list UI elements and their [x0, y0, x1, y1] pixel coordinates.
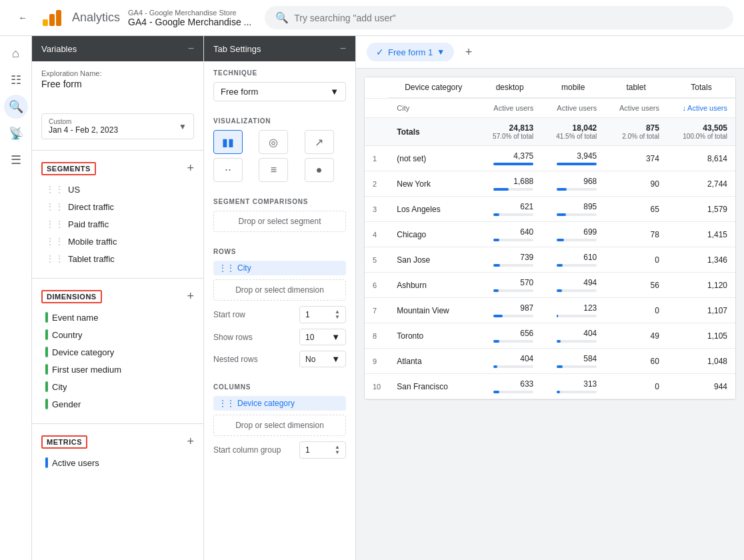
- nested-rows-row: Nested rows No ▼: [213, 351, 346, 367]
- metrics-header-row: METRICS +: [41, 435, 194, 449]
- segments-header-row: SEGMENTS +: [41, 161, 194, 175]
- nav-reports[interactable]: ☷: [4, 68, 28, 92]
- back-button[interactable]: ←: [11, 6, 35, 30]
- col-totals-sub[interactable]: ↓Active users: [667, 98, 735, 118]
- row-city: (not set): [389, 146, 478, 171]
- viz-donut-btn[interactable]: ◎: [259, 130, 288, 154]
- exploration-name: Free form: [41, 79, 194, 89]
- row-city: Mountain View: [389, 298, 478, 323]
- segments-title: SEGMENTS: [41, 162, 96, 175]
- row-tablet: 78: [605, 222, 667, 247]
- dim-city[interactable]: City: [41, 378, 194, 395]
- start-row-spinner[interactable]: ▲ ▼: [335, 309, 340, 320]
- row-rank: 3: [365, 197, 389, 222]
- row-total: 1,415: [667, 222, 735, 247]
- nav-explore[interactable]: 🔍: [4, 95, 28, 119]
- row-mobile: 494: [541, 273, 605, 298]
- table-row: 4 Chicago 640 699 78 1,415: [365, 222, 735, 247]
- nav-more[interactable]: ☰: [4, 148, 28, 172]
- segment-us[interactable]: ⋮⋮US: [41, 181, 194, 198]
- free-form-tab[interactable]: ✓ Free form 1 ▼: [367, 43, 454, 61]
- dim-bar-icon: [45, 364, 48, 375]
- dim-gender[interactable]: Gender: [41, 395, 194, 413]
- tab-settings-minimize-btn[interactable]: −: [340, 43, 346, 55]
- columns-chip[interactable]: ⋮⋮ Device category: [213, 396, 346, 411]
- start-row-control[interactable]: 1 ▲ ▼: [299, 306, 346, 323]
- spin-down-icon[interactable]: ▼: [335, 315, 340, 320]
- search-input[interactable]: [294, 13, 723, 23]
- dim-event-name[interactable]: Event name: [41, 309, 194, 326]
- row-city: San Jose: [389, 247, 478, 273]
- table-row: 10 San Francisco 633 313 0 944: [365, 374, 735, 399]
- logo: [43, 10, 61, 26]
- show-rows-chevron-icon: ▼: [331, 332, 340, 342]
- col-desktop-sub[interactable]: Active users: [478, 98, 541, 118]
- viz-table-btn[interactable]: ▮▮: [213, 130, 243, 154]
- rows-chip-label: City: [237, 263, 251, 273]
- add-tab-btn[interactable]: +: [458, 41, 479, 63]
- variables-minimize-btn[interactable]: −: [188, 43, 194, 55]
- row-mobile: 968: [541, 171, 605, 197]
- row-tablet: 0: [605, 247, 667, 273]
- metric-active-users[interactable]: Active users: [41, 454, 194, 471]
- start-col-group-control[interactable]: 1 ▲ ▼: [299, 441, 346, 459]
- table-row: 1 (not set) 4,375 3,945 374 8,614: [365, 146, 735, 171]
- date-section: Custom Jan 4 - Feb 2, 2023 ▼: [32, 97, 203, 147]
- viz-scatter-btn[interactable]: ⋅⋅: [213, 158, 243, 182]
- col-empty: [365, 77, 389, 98]
- row-desktop: 1,688: [478, 171, 541, 197]
- totals-total: 43,505 100.0% of total: [667, 118, 735, 146]
- add-segment-btn[interactable]: +: [187, 161, 194, 175]
- nav-realtime[interactable]: 📡: [4, 121, 28, 145]
- spin-down-icon[interactable]: ▼: [335, 450, 340, 455]
- dim-country[interactable]: Country: [41, 326, 194, 343]
- technique-label: TECHNIQUE: [213, 69, 346, 77]
- drop-dimension-zone[interactable]: Drop or select dimension: [213, 279, 346, 301]
- row-tablet: 65: [605, 197, 667, 222]
- metric-bar-icon: [45, 457, 48, 468]
- row-city: Ashburn: [389, 273, 478, 298]
- date-range-picker[interactable]: Custom Jan 4 - Feb 2, 2023 ▼: [41, 113, 194, 139]
- show-rows-control[interactable]: 10 ▼: [299, 329, 346, 345]
- viz-options: ▮▮ ◎ ↗ ⋅⋅ ≡ ●: [213, 130, 346, 182]
- col-desktop-label: desktop: [478, 77, 541, 98]
- col-mobile-sub[interactable]: Active users: [541, 98, 605, 118]
- tab-settings-panel: Tab Settings − TECHNIQUE Free form ▼ VIS…: [204, 36, 356, 560]
- totals-tablet: 875 2.0% of total: [605, 118, 667, 146]
- search-bar[interactable]: 🔍: [265, 6, 733, 29]
- segment-mobile-traffic[interactable]: ⋮⋮Mobile traffic: [41, 233, 194, 250]
- col-tablet-sub[interactable]: Active users: [605, 98, 667, 118]
- viz-line-btn[interactable]: ↗: [305, 130, 334, 154]
- drag-handle-icon: ⋮⋮: [45, 184, 64, 195]
- tab-settings-header: Tab Settings −: [204, 36, 355, 61]
- show-rows-row: Show rows 10 ▼: [213, 329, 346, 345]
- columns-chip-label: Device category: [237, 399, 295, 408]
- table-row: 8 Toronto 656 404 49 1,105: [365, 323, 735, 349]
- dim-device-category[interactable]: Device category: [41, 343, 194, 361]
- row-rank: 10: [365, 374, 389, 399]
- drag-handle-icon: ⋮⋮: [45, 219, 64, 229]
- col-group-spinner[interactable]: ▲ ▼: [335, 445, 340, 455]
- nested-rows-control[interactable]: No ▼: [299, 351, 346, 367]
- rows-chip[interactable]: ⋮⋮ City: [213, 261, 346, 275]
- segment-tablet-traffic[interactable]: ⋮⋮Tablet traffic: [41, 250, 194, 267]
- totals-mobile: 18,042 41.5% of total: [541, 118, 605, 146]
- col-city-sub: City: [389, 98, 478, 118]
- add-metric-btn[interactable]: +: [187, 435, 194, 449]
- viz-geo-btn[interactable]: ●: [305, 158, 334, 182]
- technique-dropdown[interactable]: Free form ▼: [213, 82, 346, 101]
- dim-first-user-medium[interactable]: First user medium: [41, 361, 194, 378]
- drop-segment-zone[interactable]: Drop or select segment: [213, 211, 346, 232]
- search-icon: 🔍: [275, 11, 289, 24]
- drop-col-dimension-zone[interactable]: Drop or select dimension: [213, 415, 346, 436]
- row-city: Chicago: [389, 222, 478, 247]
- segment-paid-traffic[interactable]: ⋮⋮Paid traffic: [41, 215, 194, 233]
- add-dimension-btn[interactable]: +: [187, 289, 194, 303]
- totals-rank: [365, 118, 389, 146]
- totals-row: Totals 24,813 57.0% of total 18,042 41.5…: [365, 118, 735, 146]
- start-row-label: Start row: [213, 310, 245, 319]
- segment-direct-traffic[interactable]: ⋮⋮Direct traffic: [41, 198, 194, 215]
- viz-bar-btn[interactable]: ≡: [259, 158, 288, 182]
- drop-dimension-label: Drop or select dimension: [235, 285, 324, 295]
- nav-home[interactable]: ⌂: [4, 41, 28, 65]
